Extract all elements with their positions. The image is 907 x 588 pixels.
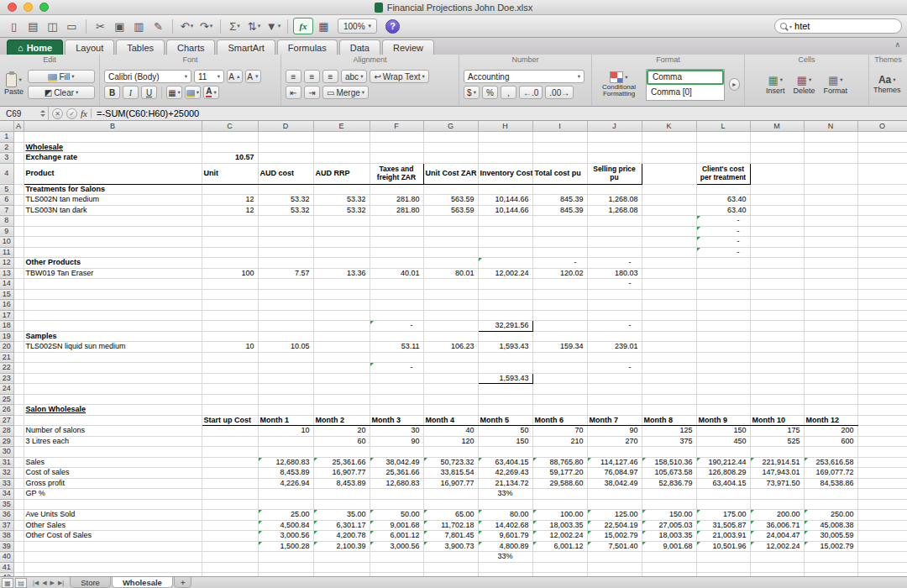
cell-L19[interactable] [696,331,750,342]
cell-L13[interactable] [696,268,750,279]
cell-N29[interactable]: 600 [804,436,857,447]
cell-G41[interactable] [423,562,478,573]
cell-D17[interactable] [258,310,313,321]
cell-C32[interactable] [202,468,258,479]
row-header-35[interactable]: 35 [0,499,13,510]
cell-N25[interactable] [804,394,857,405]
cell-O19[interactable] [857,331,907,342]
row-header-39[interactable]: 39 [0,541,13,552]
sheet-nav-arrow-icon[interactable]: ▶ [50,580,55,586]
cell-J1[interactable] [587,132,642,143]
cell-N11[interactable] [804,247,857,258]
cell-M23[interactable] [750,373,804,384]
cell-L4[interactable]: Client's cost per treatment [696,163,750,184]
cell-D15[interactable] [258,289,313,300]
cell-F30[interactable] [370,447,423,458]
cell-O34[interactable] [857,489,907,500]
cell-A30[interactable] [13,447,24,458]
cell-E30[interactable] [313,447,370,458]
cell-J24[interactable] [587,384,642,395]
cell-K33[interactable]: 52,836.79 [642,478,696,489]
cell-L26[interactable] [696,405,750,416]
cell-H37[interactable]: 14,402.68 [478,520,532,531]
sheet-nav-arrow-icon[interactable]: ▶| [58,580,64,586]
cell-D26[interactable] [258,405,313,416]
tab-review[interactable]: Review [382,39,434,55]
cell-K9[interactable] [642,226,696,237]
cell-I6[interactable]: 845.39 [532,195,587,206]
cell-L32[interactable]: 126,808.29 [696,468,750,479]
cell-J28[interactable]: 90 [587,426,642,437]
cell-H7[interactable]: 10,144.66 [478,205,532,216]
cell-F20[interactable]: 53.11 [370,342,423,353]
cell-O24[interactable] [857,384,907,395]
cell-G19[interactable] [423,331,478,342]
cell-F3[interactable] [370,153,423,164]
cell-K39[interactable]: 9,001.68 [642,541,696,552]
cell-J14[interactable]: - [587,279,642,290]
fill-button[interactable]: Fill ▾ [28,70,95,83]
cell-I32[interactable]: 59,177.20 [532,468,587,479]
themes-button[interactable]: Aa▾ Themes [873,74,901,94]
cell-G22[interactable] [423,363,478,374]
cell-I39[interactable]: 6,001.12 [532,541,587,552]
underline-button[interactable]: U [141,86,157,99]
cell-I11[interactable] [532,247,587,258]
cell-F14[interactable] [370,279,423,290]
cell-O10[interactable] [857,237,907,248]
cell-N35[interactable] [804,499,857,510]
cell-F39[interactable]: 3,000.56 [370,541,423,552]
cell-A39[interactable] [13,541,24,552]
cell-A32[interactable] [13,468,24,479]
row-header-8[interactable]: 8 [0,216,13,227]
cell-B23[interactable] [24,373,202,384]
cell-I1[interactable] [532,132,587,143]
cell-F6[interactable]: 281.80 [370,195,423,206]
cell-C12[interactable] [202,258,258,269]
cell-G28[interactable]: 40 [423,426,478,437]
column-header-K[interactable]: K [642,121,696,132]
cell-G6[interactable]: 563.59 [423,195,478,206]
cell-I22[interactable] [532,363,587,374]
cell-N8[interactable] [804,216,857,227]
cell-L2[interactable] [696,142,750,153]
cell-D35[interactable] [258,499,313,510]
cell-O33[interactable] [857,478,907,489]
redo-icon[interactable]: ↷▾ [197,18,215,34]
cell-M26[interactable] [750,405,804,416]
cell-A5[interactable] [13,184,24,195]
cell-H42[interactable] [478,573,532,577]
cell-G11[interactable] [423,247,478,258]
cell-E3[interactable] [313,153,370,164]
cell-M13[interactable] [750,268,804,279]
cell-I36[interactable]: 100.00 [532,510,587,521]
cell-N30[interactable] [804,447,857,458]
cell-E10[interactable] [313,237,370,248]
formula-builder-icon[interactable]: fx [293,18,313,34]
cell-C9[interactable] [202,226,258,237]
cell-I30[interactable] [532,447,587,458]
cell-L21[interactable] [696,352,750,363]
cell-L3[interactable] [696,153,750,164]
cell-G36[interactable]: 65.00 [423,510,478,521]
cell-F36[interactable]: 50.00 [370,510,423,521]
cell-N32[interactable]: 169,077.72 [804,468,857,479]
cell-H20[interactable]: 1,593.43 [478,342,532,353]
cell-G5[interactable] [423,184,478,195]
cell-G21[interactable] [423,352,478,363]
cell-J17[interactable] [587,310,642,321]
cell-J19[interactable] [587,331,642,342]
cell-D39[interactable]: 1,500.28 [258,541,313,552]
cell-I33[interactable]: 29,588.60 [532,478,587,489]
cell-O3[interactable] [857,153,907,164]
cell-N17[interactable] [804,310,857,321]
cell-O4[interactable] [857,163,907,184]
cell-C39[interactable] [202,541,258,552]
cell-D22[interactable] [258,363,313,374]
cell-H21[interactable] [478,352,532,363]
row-header-13[interactable]: 13 [0,268,13,279]
cell-N2[interactable] [804,142,857,153]
cell-A20[interactable] [13,342,24,353]
cell-A2[interactable] [13,142,24,153]
cell-A22[interactable] [13,363,24,374]
